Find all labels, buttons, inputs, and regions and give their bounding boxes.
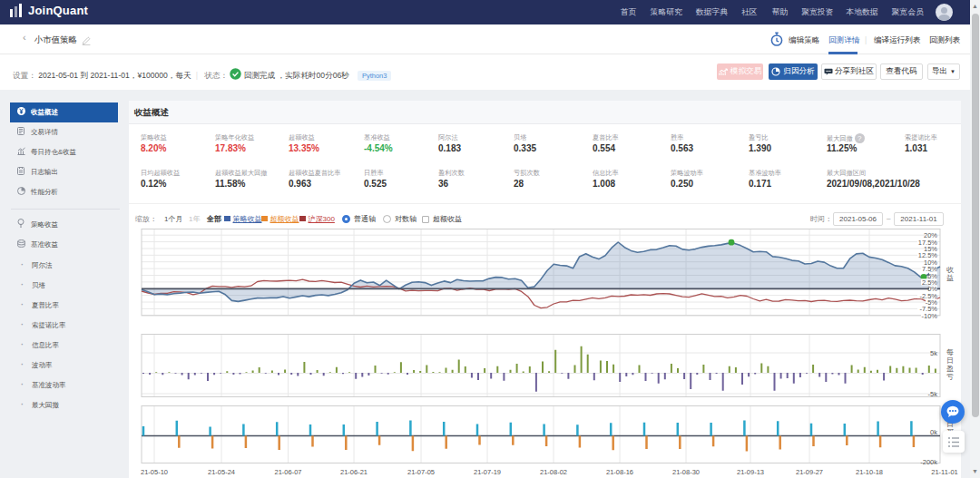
svg-text:亏: 亏 [946,373,954,381]
svg-text:21-07-19: 21-07-19 [474,468,501,476]
svg-text:21-09-13: 21-09-13 [737,468,764,476]
svg-text:-10%: -10% [921,312,937,320]
svg-text:益: 益 [946,274,954,282]
svg-text:21-11-01: 21-11-01 [931,468,957,476]
svg-text:5k: 5k [930,349,937,357]
svg-text:21-08-02: 21-08-02 [540,468,567,476]
svg-text:-5k: -5k [928,390,938,398]
svg-text:每: 每 [946,348,954,356]
svg-text:21-05-24: 21-05-24 [208,468,235,476]
svg-text:0k: 0k [930,428,937,436]
svg-text:21-08-16: 21-08-16 [606,468,633,476]
svg-text:21-05-10: 21-05-10 [141,468,168,476]
svg-text:21-06-21: 21-06-21 [340,468,368,476]
svg-text:盈: 盈 [946,365,954,373]
svg-text:21-06-07: 21-06-07 [274,468,301,476]
svg-text:21-08-30: 21-08-30 [672,468,700,476]
svg-text:21-09-27: 21-09-27 [796,468,823,476]
svg-text:收: 收 [946,266,954,274]
svg-text:21-10-18: 21-10-18 [856,468,883,476]
svg-text:日: 日 [946,356,954,365]
svg-text:-200k: -200k [920,458,937,466]
svg-text:21-07-05: 21-07-05 [407,468,435,476]
